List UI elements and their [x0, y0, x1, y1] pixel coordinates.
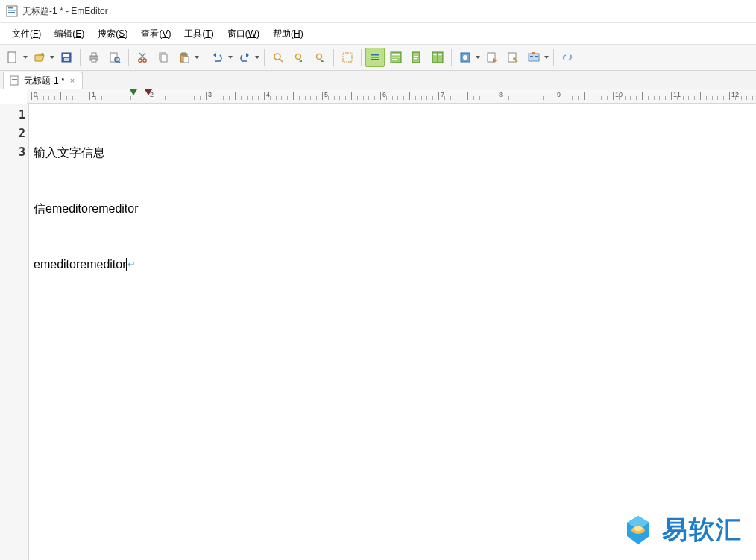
svg-marker-56 [476, 56, 480, 59]
tab-close-button[interactable]: × [69, 76, 76, 85]
svg-rect-61 [529, 54, 539, 61]
undo-button[interactable] [208, 48, 227, 67]
line-number: 1 [0, 106, 25, 125]
svg-marker-29 [228, 56, 233, 59]
svg-rect-14 [92, 59, 96, 62]
svg-rect-45 [392, 59, 397, 60]
redo-dropdown[interactable] [254, 56, 260, 59]
svg-rect-41 [371, 59, 379, 60]
document-tab-bar: 无标题-1 * × [0, 71, 756, 89]
ruler[interactable]: 0123456789101112 [27, 89, 756, 104]
svg-marker-37 [321, 60, 324, 62]
svg-rect-68 [12, 79, 17, 80]
svg-point-70 [634, 526, 643, 531]
menu-bar: 文件(F) 编辑(E) 搜索(S) 查看(V) 工具(T) 窗口(W) 帮助(H… [0, 23, 756, 44]
copy-button[interactable] [154, 48, 173, 67]
toolbar-separator [451, 49, 452, 66]
menu-edit[interactable]: 编辑(E) [48, 26, 90, 42]
tools-button[interactable] [524, 48, 544, 67]
svg-line-33 [280, 59, 283, 62]
tab-label: 无标题-1 * [24, 75, 65, 87]
new-dropdown[interactable] [22, 56, 28, 59]
toolbar-separator [80, 49, 81, 66]
menu-file[interactable]: 文件(F) [6, 26, 47, 42]
open-dropdown[interactable] [49, 56, 55, 59]
text-line[interactable]: 输入文字信息 [34, 143, 756, 162]
svg-point-60 [513, 57, 516, 60]
text-line[interactable]: emeditoremeditor↵ [34, 255, 756, 274]
svg-point-36 [317, 54, 322, 60]
macros-button[interactable] [482, 48, 502, 67]
paste-button[interactable] [174, 48, 194, 67]
print-preview-button[interactable] [105, 48, 125, 67]
wrap-window-button[interactable] [386, 48, 406, 67]
watermark-text: 易软汇 [662, 517, 743, 543]
toolbar-separator [128, 49, 129, 66]
menu-tools[interactable]: 工具(T) [178, 26, 219, 42]
svg-rect-44 [392, 57, 400, 57]
svg-marker-35 [299, 60, 302, 62]
tools-dropdown[interactable] [544, 56, 549, 59]
svg-rect-26 [183, 57, 189, 63]
eol-icon: ↵ [127, 255, 136, 274]
svg-point-32 [274, 54, 280, 60]
line-number: 3 [0, 143, 25, 162]
menu-search[interactable]: 搜索(S) [92, 26, 133, 42]
app-icon [6, 5, 18, 17]
svg-rect-2 [8, 10, 16, 11]
config-button[interactable] [456, 48, 475, 67]
svg-rect-10 [63, 54, 69, 57]
svg-rect-13 [92, 53, 96, 56]
redo-button[interactable] [235, 48, 254, 67]
toolbar-separator [204, 49, 204, 66]
toolbar-separator [553, 49, 554, 66]
text-line[interactable]: 信emeditoremeditor [34, 199, 756, 218]
menu-view[interactable]: 查看(V) [135, 26, 177, 42]
svg-marker-65 [544, 56, 549, 59]
wrap-page-button[interactable] [407, 48, 426, 67]
new-button[interactable] [3, 48, 22, 67]
toolbar-separator [264, 49, 265, 66]
svg-marker-27 [195, 56, 199, 59]
marquee-button[interactable] [338, 48, 357, 67]
wrap-column-button[interactable] [428, 48, 447, 67]
print-button[interactable] [84, 48, 104, 67]
main-toolbar [0, 44, 756, 71]
svg-point-55 [463, 55, 467, 60]
wrap-none-button[interactable] [365, 48, 385, 67]
svg-rect-11 [64, 58, 69, 61]
svg-point-34 [296, 54, 301, 60]
document-tab[interactable]: 无标题-1 * × [3, 72, 83, 89]
svg-point-7 [41, 53, 44, 56]
menu-window[interactable]: 窗口(W) [221, 26, 265, 42]
menu-help[interactable]: 帮助(H) [267, 26, 309, 42]
svg-rect-52 [434, 54, 437, 55]
svg-rect-66 [10, 76, 18, 85]
text-area[interactable]: 输入文字信息 信emeditoremeditor emeditoremedito… [29, 104, 756, 560]
svg-rect-47 [414, 54, 418, 54]
svg-rect-1 [8, 7, 13, 9]
find-next-button[interactable] [310, 48, 330, 67]
svg-rect-25 [182, 53, 186, 55]
text-caret [126, 258, 127, 271]
plugins-button[interactable] [503, 48, 523, 67]
svg-rect-38 [343, 53, 352, 62]
line-number: 2 [0, 125, 25, 143]
svg-rect-64 [535, 56, 538, 57]
svg-rect-3 [8, 12, 15, 13]
ruler-left-indent-icon[interactable] [130, 89, 137, 95]
open-button[interactable] [30, 48, 49, 67]
svg-rect-59 [508, 53, 516, 62]
link-button[interactable] [558, 48, 577, 67]
undo-dropdown[interactable] [227, 56, 233, 59]
cut-button[interactable] [133, 48, 152, 67]
config-dropdown[interactable] [475, 56, 481, 59]
find-prev-button[interactable] [289, 48, 309, 67]
find-button[interactable] [268, 48, 288, 67]
svg-rect-39 [371, 54, 379, 56]
svg-rect-48 [414, 56, 418, 57]
svg-rect-23 [161, 54, 167, 62]
save-button[interactable] [57, 48, 76, 67]
paste-dropdown[interactable] [194, 56, 200, 59]
svg-line-20 [140, 53, 145, 59]
